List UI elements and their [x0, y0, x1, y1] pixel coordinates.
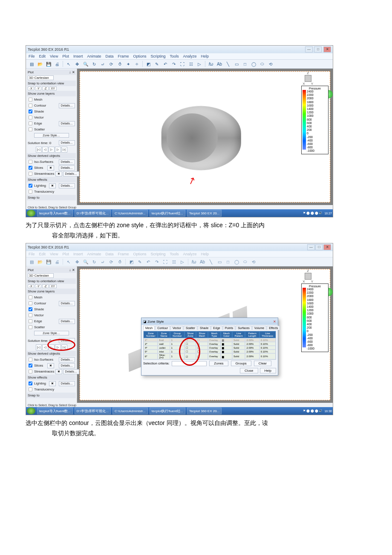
iso-checkbox[interactable] — [29, 160, 32, 164]
dialog-close-icon[interactable]: ✕ — [273, 320, 276, 324]
rect-icon[interactable]: ▭ — [216, 258, 223, 266]
menu-animate[interactable]: Animate — [87, 54, 101, 58]
plot-type-select[interactable]: 3D Cartesian — [28, 273, 54, 278]
print-icon[interactable]: 🖨 — [53, 60, 61, 68]
slices-x[interactable]: ✖ — [47, 165, 54, 171]
spin-icon[interactable]: ⤾ — [99, 258, 107, 266]
text-icon[interactable]: Ab — [216, 60, 223, 68]
tab-shade[interactable]: Shade — [198, 326, 210, 330]
close-button-2[interactable]: ✕ — [323, 244, 331, 250]
task-item-5[interactable]: Tecplot 360 EX 20... — [187, 210, 222, 217]
zone-style-button[interactable]: Zone Style… — [34, 133, 69, 138]
rotate-icon[interactable]: ↻ — [90, 60, 98, 68]
maximize-button-2[interactable]: □ — [315, 244, 323, 250]
circle-icon[interactable]: ◯ — [250, 60, 257, 68]
next-frame-icon[interactable]: ▷ — [55, 147, 61, 153]
open-icon[interactable]: 📂 — [36, 258, 44, 266]
probe-icon[interactable]: ✎ — [153, 60, 161, 68]
start-button[interactable] — [27, 210, 35, 217]
play-frame-icon[interactable]: ▷ — [49, 147, 55, 153]
iso-details[interactable]: Details… — [59, 159, 75, 165]
fx-icon[interactable]: fω — [207, 60, 215, 68]
roll-icon[interactable]: ⥀ — [116, 258, 124, 266]
fit-icon[interactable]: ⛶ — [161, 258, 169, 266]
light-details[interactable]: Details… — [59, 183, 75, 188]
edge-details[interactable]: Details… — [59, 121, 75, 126]
vector-checkbox[interactable] — [29, 116, 32, 119]
line-icon[interactable]: ╲ — [207, 258, 215, 266]
zones-button[interactable]: Zones — [209, 361, 228, 366]
contour-details[interactable]: Details… — [59, 103, 75, 108]
minimize-button-2[interactable]: — — [307, 244, 315, 250]
stream-checkbox[interactable] — [29, 172, 32, 176]
menu-insert[interactable]: Insert — [73, 54, 83, 58]
save-icon[interactable]: 💾 — [45, 60, 52, 68]
start-button-2[interactable] — [27, 408, 35, 414]
rotate-icon[interactable]: ↻ — [90, 258, 98, 266]
circle-icon[interactable]: ◯ — [233, 258, 240, 266]
refresh-icon[interactable]: ⟲ — [267, 60, 274, 68]
close-dialog-button[interactable]: Close — [240, 368, 258, 373]
menu-analyze[interactable]: Analyze — [183, 54, 197, 58]
zoom-icon[interactable]: 🔍 — [82, 60, 89, 68]
canvas-area[interactable]: Z XY Pressure 240022002000 180016001400 … — [77, 69, 333, 205]
minimize-button[interactable]: — — [305, 46, 313, 52]
new-icon[interactable]: ▤ — [28, 60, 35, 68]
slices-checkbox[interactable] — [29, 166, 32, 170]
task-item-1[interactable]: tecplot导入fluent数... — [37, 210, 73, 217]
twist-icon[interactable]: ⟳ — [107, 60, 115, 68]
task-item-2[interactable]: D:\李强\库即可视化... — [75, 210, 111, 217]
plot-type-select[interactable]: 3D Cartesian — [28, 75, 54, 80]
line-icon[interactable]: ╲ — [224, 60, 232, 68]
undo-icon[interactable]: ↶ — [144, 258, 152, 266]
edge-checkbox[interactable] — [29, 121, 32, 125]
panel-close-icon[interactable]: ⟂ ✕ — [69, 268, 75, 272]
play-icon[interactable]: ▷ — [179, 258, 186, 266]
grid-icon[interactable]: ☷ — [187, 60, 195, 68]
menu-options[interactable]: Options — [133, 54, 146, 58]
panel-close-icon[interactable]: ⟂ ✕ — [69, 70, 75, 74]
menu-data[interactable]: Data — [105, 54, 113, 58]
slice-icon[interactable]: ◩ — [127, 258, 135, 266]
slice-icon[interactable]: ◩ — [144, 60, 152, 68]
maximize-button[interactable]: □ — [314, 46, 322, 52]
twist-icon[interactable]: ⟳ — [107, 258, 115, 266]
tab-scatter[interactable]: Scatter — [184, 326, 197, 330]
tab-volume[interactable]: Volume — [252, 326, 266, 330]
grid-icon[interactable]: ☷ — [170, 258, 178, 266]
tab-points[interactable]: Points — [223, 326, 235, 330]
menu-help[interactable]: Help — [201, 54, 209, 58]
menu-plot[interactable]: Plot — [62, 54, 69, 58]
clear-button[interactable]: Clear — [254, 361, 271, 366]
first-frame-icon[interactable]: |◁ — [36, 147, 42, 153]
square-icon[interactable]: □ — [224, 258, 232, 266]
save-icon[interactable]: 💾 — [45, 258, 52, 266]
menu-frame[interactable]: Frame — [118, 54, 129, 58]
mesh-checkbox[interactable] — [29, 98, 32, 101]
pointer-icon[interactable]: ↖ — [65, 60, 72, 68]
tool-a-icon[interactable]: ✦ — [124, 60, 132, 68]
help-button[interactable]: Help — [260, 368, 276, 373]
menu-edit[interactable]: Edit — [39, 54, 46, 58]
spin-icon[interactable]: ⤾ — [99, 60, 107, 68]
groups-button[interactable]: Groups — [231, 361, 251, 366]
ellipse-icon[interactable]: ⬭ — [241, 258, 249, 266]
translucency-checkbox[interactable] — [29, 190, 32, 194]
zone-style-table[interactable]: Zone NumberZone NameGroup NumberShow Zon… — [143, 331, 276, 360]
open-icon[interactable]: 📂 — [36, 60, 44, 68]
menu-file[interactable]: File — [29, 54, 35, 58]
light-x[interactable]: ✖ — [49, 183, 56, 188]
refresh-icon[interactable]: ⟲ — [250, 258, 257, 266]
orient-xy[interactable]: XY — [49, 87, 57, 90]
fit-icon[interactable]: ⛶ — [179, 60, 186, 68]
fx-icon[interactable]: fω — [190, 258, 198, 266]
print-icon[interactable]: 🖨 — [53, 258, 61, 266]
menu-scripting[interactable]: Scripting — [151, 54, 166, 58]
canvas-area-2[interactable]: Z XY Pressure 240022002000 180016001400 … — [77, 266, 333, 403]
new-icon[interactable]: ▤ — [28, 258, 35, 266]
rect-icon[interactable]: ▭ — [233, 60, 240, 68]
square-icon[interactable]: □ — [241, 60, 249, 68]
undo-icon[interactable]: ↶ — [161, 60, 169, 68]
pointer-icon[interactable]: ↖ — [65, 258, 72, 266]
zone-style-button-2[interactable]: Zone Style… — [34, 331, 69, 335]
